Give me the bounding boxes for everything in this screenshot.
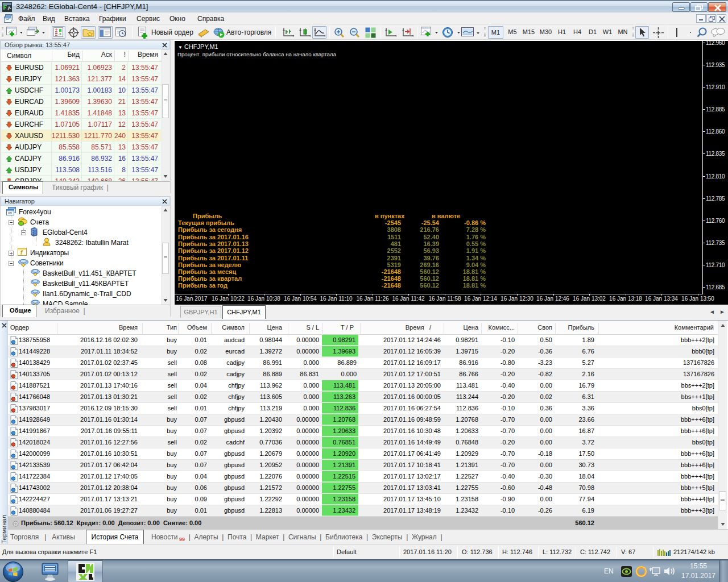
svg-text:vx: vx xyxy=(8,211,13,215)
